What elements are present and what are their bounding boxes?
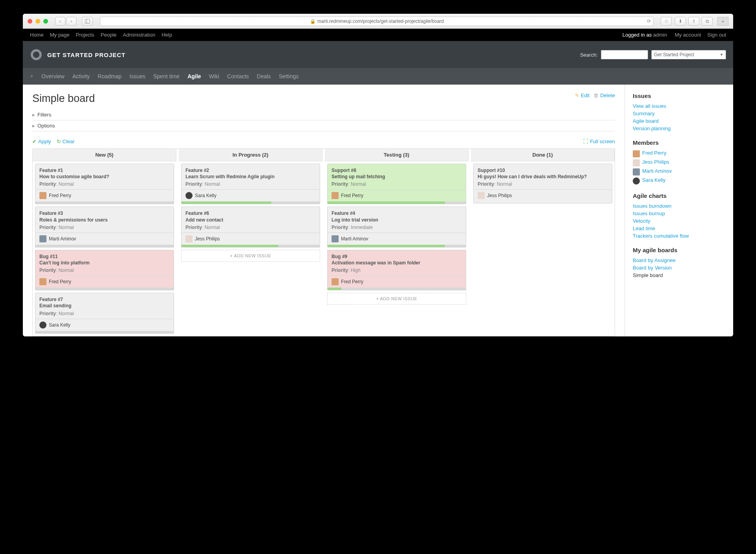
member-link[interactable]: Sara Kelly (642, 177, 665, 183)
clear-link[interactable]: ↻Clear (57, 138, 75, 144)
new-item-button[interactable]: + (30, 73, 33, 80)
share-button[interactable]: ⇪ (688, 17, 699, 26)
sidebar-charts-link[interactable]: Trackers cumulative flow (633, 233, 725, 239)
add-issue-button[interactable]: + ADD NEW ISSUE (327, 293, 466, 305)
project-header: GET STARTED PROJECT Search: Get Started … (23, 41, 733, 68)
card-priority: Priority: High (332, 268, 462, 273)
issue-card[interactable]: Feature #1How to customise agile board?P… (35, 164, 174, 204)
new-tab-button[interactable]: + (717, 17, 728, 26)
bookmark-button[interactable]: ☆ (661, 17, 672, 26)
sidebar-issues-link[interactable]: Agile board (633, 118, 725, 124)
mainnav-link-issues[interactable]: Issues (130, 73, 145, 79)
card-assignee: Marti Aminov (332, 235, 462, 245)
sidebar-boards-link[interactable]: Board by Assignee (633, 257, 725, 263)
mainnav-link-overview[interactable]: Overview (41, 73, 64, 79)
card-id: Support #8 (332, 167, 462, 174)
filters-toggle[interactable]: ▶ Filters (32, 109, 615, 120)
maximize-window-icon[interactable] (43, 19, 48, 24)
back-button[interactable]: ‹ (55, 17, 65, 26)
reload-icon[interactable]: ⟳ (647, 18, 651, 24)
card-priority: Priority: Normal (185, 181, 316, 187)
delete-link[interactable]: 🗑Delete (593, 92, 615, 98)
sidebar-boards-link[interactable]: Board by Version (633, 265, 725, 271)
issue-card[interactable]: Feature #4Log into trial versionPriority… (327, 207, 466, 247)
tabs-button[interactable]: ⧉ (702, 17, 713, 26)
avatar-icon (185, 192, 193, 199)
column-header: New (5) (33, 149, 176, 161)
issue-card[interactable]: Bug #9Activation message was in Spam fol… (327, 250, 466, 290)
close-window-icon[interactable] (28, 19, 32, 24)
mainnav-link-spent-time[interactable]: Spent time (153, 73, 180, 79)
card-progress (182, 201, 320, 204)
topnav-link-sign-out[interactable]: Sign out (707, 32, 726, 38)
card-priority: Priority: Normal (332, 181, 462, 187)
sidebar-charts-link[interactable]: Lead time (633, 225, 725, 231)
query-left: ✔Apply ↻Clear (32, 138, 75, 144)
svg-rect-0 (85, 19, 90, 23)
member-link[interactable]: Marti Aminov (642, 168, 672, 174)
issue-card[interactable]: Support #8Setting up mail fetchingPriori… (327, 164, 466, 204)
fullscreen-link[interactable]: ⛶ Full screen (583, 138, 615, 144)
column-body: Feature #1How to customise agile board?P… (33, 161, 176, 336)
card-assignee: Fred Perry (39, 192, 170, 201)
issue-card[interactable]: Bug #11Can't log into platformPriority: … (35, 250, 174, 290)
topnav-link-projects[interactable]: Projects (76, 32, 94, 38)
issue-card[interactable]: Feature #2Learn Scrum with Redmine Agile… (181, 164, 320, 204)
issue-card[interactable]: Feature #3Roles & permissions for usersP… (35, 207, 174, 247)
issue-card[interactable]: Feature #6Add new contactPriority: Norma… (181, 207, 320, 247)
sidebar-member: Jess Philips (633, 159, 725, 166)
trash-icon: 🗑 (593, 92, 598, 98)
sidebar-issues-link[interactable]: View all issues (633, 103, 725, 109)
edit-link[interactable]: ✎Edit (575, 92, 589, 98)
topnav-link-my-account[interactable]: My account (675, 32, 701, 38)
project-logo-icon (30, 48, 43, 61)
topnav-link-people[interactable]: People (101, 32, 117, 38)
sidebar-charts-link[interactable]: Issues burndown (633, 203, 725, 209)
options-toggle[interactable]: ▶ Options (32, 120, 615, 131)
avatar-icon (185, 235, 193, 242)
card-title: Email sending (39, 303, 170, 309)
member-link[interactable]: Fred Perry (642, 150, 666, 156)
project-select[interactable]: Get Started Project ▼ (651, 50, 726, 59)
sidebar-charts-link[interactable]: Issues burnup (633, 211, 725, 216)
topnav-link-administration[interactable]: Administration (123, 32, 155, 38)
card-progress (182, 245, 320, 247)
card-priority: Priority: Normal (39, 311, 170, 316)
issue-card[interactable]: Feature #7Email sendingPriority: NormalS… (35, 293, 174, 333)
board-column: In Progress (2)Feature #2Learn Scrum wit… (179, 149, 322, 336)
mainnav-link-settings[interactable]: Settings (279, 73, 299, 79)
downloads-button[interactable]: ⬇ (675, 17, 686, 26)
mainnav-link-deals[interactable]: Deals (257, 73, 271, 79)
card-title: Hi guys! How can I drive deals with Redm… (478, 174, 608, 180)
mainnav-link-agile[interactable]: Agile (187, 73, 201, 79)
issue-card[interactable]: Support #10Hi guys! How can I drive deal… (473, 164, 612, 203)
card-id: Feature #4 (332, 210, 462, 216)
sidebar-issues-link[interactable]: Summary (633, 111, 725, 116)
mainnav-link-activity[interactable]: Activity (72, 73, 90, 79)
sidebar-issues-heading: Issues (633, 92, 725, 99)
sidebar-charts-link[interactable]: Velocity (633, 218, 725, 224)
assignee-name: Fred Perry (341, 279, 363, 284)
url-bar[interactable]: 🔒 marti.redmineup.com/projects/get-start… (100, 17, 654, 26)
assignee-name: Sara Kelly (195, 193, 217, 198)
card-title: Add new contact (185, 217, 316, 223)
sidebar-issues-link[interactable]: Version planning (633, 126, 725, 131)
minimize-window-icon[interactable] (35, 19, 40, 24)
mainnav-link-roadmap[interactable]: Roadmap (98, 73, 122, 79)
search-input[interactable] (601, 50, 648, 59)
logged-in-user: admin (653, 32, 667, 38)
check-icon: ✔ (32, 138, 37, 144)
mainnav-link-wiki[interactable]: Wiki (209, 73, 219, 79)
topnav-link-help[interactable]: Help (161, 32, 172, 38)
project-name[interactable]: GET STARTED PROJECT (47, 52, 126, 58)
forward-button[interactable]: › (66, 17, 76, 26)
topnav-link-my-page[interactable]: My page (50, 32, 70, 38)
sidebar-toggle-button[interactable] (82, 17, 93, 26)
member-link[interactable]: Jess Philips (642, 159, 669, 165)
mainnav-link-contacts[interactable]: Contacts (227, 73, 249, 79)
add-issue-button[interactable]: + ADD NEW ISSUE (181, 250, 320, 262)
card-assignee: Fred Perry (332, 192, 462, 201)
topnav-link-home[interactable]: Home (30, 32, 44, 38)
chevron-down-icon: ▼ (720, 53, 723, 57)
apply-link[interactable]: ✔Apply (32, 138, 51, 144)
